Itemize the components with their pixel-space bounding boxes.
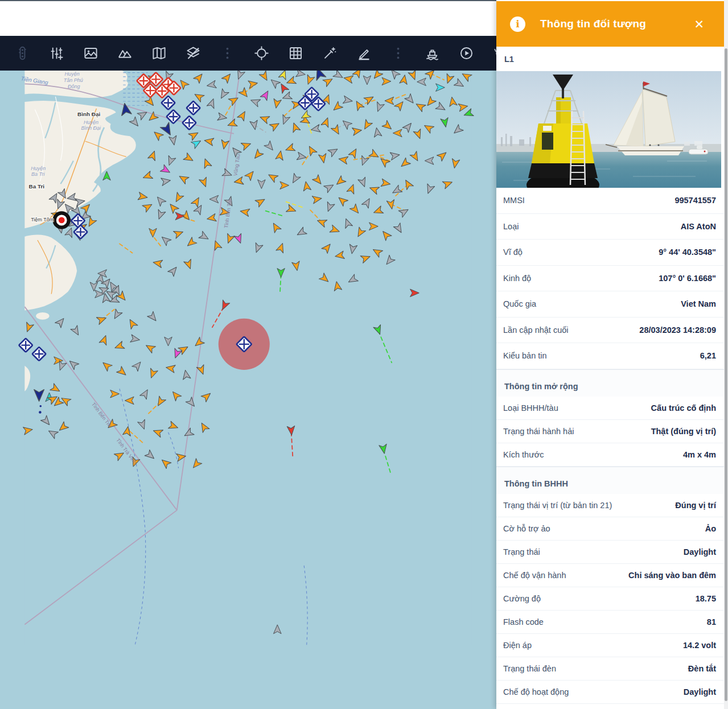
row-value: 18.75: [696, 594, 716, 603]
map-fold-icon[interactable]: [149, 44, 168, 63]
row-value: Ảo: [705, 524, 716, 533]
row-value: 28/03/2023 14:28:09: [639, 325, 716, 335]
row-label: Kiểu bản tin: [503, 351, 547, 360]
row-value: Cấu trúc cố định: [651, 403, 716, 413]
map-label: Tân Phú: [64, 77, 83, 83]
info-row: Cờ hỗ trợ ảoẢo: [496, 517, 724, 541]
row-label: Trạng thái đèn: [503, 664, 556, 673]
panel-scrollbar[interactable]: [724, 0, 728, 709]
base-station-marker[interactable]: [55, 213, 69, 227]
row-label: MMSI: [503, 196, 525, 205]
row-value: 107° 0' 6.1668": [659, 274, 716, 283]
map-label: Ba Tri: [29, 183, 45, 189]
row-label: Quốc gia: [503, 299, 536, 308]
panel-title: Thông tin đối tượng: [540, 18, 646, 30]
row-value: Daylight: [684, 547, 716, 557]
row-label: Lần cập nhật cuối: [503, 325, 568, 335]
kebab-icon-2: [388, 44, 408, 63]
app-window: Tiền GiangHuyệnTân PhúĐôngBình ĐạiHuyệnB…: [0, 0, 728, 709]
info-row: Lần cập nhật cuối28/03/2023 14:28:09: [496, 318, 724, 344]
layers-off-icon[interactable]: [183, 44, 203, 63]
locate-icon[interactable]: [252, 44, 271, 63]
info-row: Cường độ18.75: [496, 587, 724, 611]
selected-aton-marker[interactable]: [219, 319, 270, 370]
row-label: Chế độ hoạt động: [503, 687, 569, 696]
map-label: Bình Đại: [81, 125, 101, 131]
row-label: Kinh độ: [503, 274, 531, 283]
aton-photo: [496, 71, 721, 188]
object-id-label: L1: [496, 47, 728, 71]
info-row: Trạng thái hành hảiThật (đúng vị trí): [496, 420, 724, 443]
map-label: Huyện: [31, 166, 46, 171]
row-label: Trạng thái hành hải: [503, 427, 574, 436]
mountains-icon[interactable]: [115, 44, 134, 63]
map-label: Bình Đại: [77, 111, 100, 117]
row-value: 14.2 volt: [683, 641, 716, 650]
info-row: Trạng tháiDaylight: [496, 541, 724, 564]
row-value: 9° 44' 40.3548": [659, 248, 716, 257]
info-sections: Thông tin mở rộngLoại BHHH/tàuCấu trúc c…: [496, 369, 724, 704]
row-label: Trạng thái: [503, 547, 540, 557]
section-title: Thông tin BHHH: [496, 467, 724, 494]
magic-wand-icon[interactable]: [320, 44, 339, 63]
row-label: Loại: [503, 222, 519, 231]
info-row: Chế độ vận hànhChỉ sáng vào ban đêm: [496, 564, 724, 587]
section-title: Thông tin mở rộng: [496, 369, 724, 397]
row-value: Đèn tắt: [688, 664, 716, 673]
row-label: Flash code: [503, 617, 544, 626]
row-label: Kích thước: [503, 450, 544, 459]
map-label: Huyện: [65, 71, 80, 77]
pencil-icon[interactable]: [354, 44, 373, 63]
row-label: Cường độ: [503, 594, 541, 603]
traffic-light-icon: [13, 44, 32, 63]
row-value: 995741557: [674, 196, 716, 205]
panel-header: i Thông tin đối tượng ✕: [496, 1, 728, 47]
info-row: LoạiAIS AtoN: [496, 214, 724, 240]
map-label: Tiệm Tôm: [31, 217, 54, 222]
info-rows-basic: MMSI995741557LoạiAIS AtoNVĩ độ9° 44' 40.…: [496, 188, 724, 369]
row-value: AIS AtoN: [681, 222, 716, 231]
row-value: Thật (đúng vị trí): [651, 427, 716, 436]
row-label: Điện áp: [503, 641, 532, 650]
info-row: Loại BHHH/tàuCấu trúc cố định: [496, 397, 724, 420]
row-value: 4m x 4m: [683, 450, 716, 459]
filter-plus-icon[interactable]: [47, 44, 66, 63]
info-row: Flash code81: [496, 611, 724, 634]
kebab-icon: [217, 44, 237, 63]
row-label: Loại BHHH/tàu: [503, 403, 558, 413]
row-label: Chế độ vận hành: [503, 571, 566, 580]
info-row: Kiểu bản tin6,21: [496, 343, 724, 369]
row-label: Cờ hỗ trợ ảo: [503, 524, 550, 533]
info-row: Kinh độ107° 0' 6.1668": [496, 266, 724, 292]
info-row: Trạng thái đènĐèn tắt: [496, 657, 724, 681]
info-row: Quốc giaViet Nam: [496, 291, 724, 318]
row-value: Viet Nam: [681, 299, 716, 308]
row-label: Vĩ độ: [503, 248, 523, 257]
map-canvas[interactable]: Tiền GiangHuyệnTân PhúĐôngBình ĐạiHuyệnB…: [0, 71, 496, 709]
row-value: Chỉ sáng vào ban đêm: [628, 571, 716, 580]
info-row: Kích thước4m x 4m: [496, 443, 724, 467]
row-value: Daylight: [684, 687, 716, 696]
panel-body: MMSI995741557LoạiAIS AtoNVĩ độ9° 44' 40.…: [496, 188, 724, 709]
info-row: Vĩ độ9° 44' 40.3548": [496, 240, 724, 266]
row-value: 81: [707, 617, 716, 626]
close-icon[interactable]: ✕: [694, 18, 704, 30]
row-value: 6,21: [700, 351, 716, 360]
marker-dot: [39, 411, 42, 414]
marker-dot: [40, 405, 42, 407]
play-circle-icon[interactable]: [456, 44, 476, 63]
info-panel: i Thông tin đối tượng ✕ L1: [496, 0, 728, 709]
map-label: Huyện: [84, 119, 98, 125]
row-label: Trạng thái vị trí (từ bản tin 21): [503, 501, 612, 510]
info-row: Trạng thái vị trí (từ bản tin 21)Đúng vị…: [496, 494, 724, 517]
station-dot: [59, 217, 65, 224]
info-icon: i: [510, 17, 525, 32]
grid-icon[interactable]: [286, 44, 305, 63]
ship-icon[interactable]: [422, 44, 442, 63]
map-label: Đông: [68, 84, 80, 89]
map-label: Ba Tri: [31, 171, 45, 177]
scrollbar-thumb[interactable]: [725, 48, 727, 701]
image-icon[interactable]: [81, 44, 100, 63]
info-row: Điện áp14.2 volt: [496, 634, 724, 657]
row-value: Đúng vị trí: [675, 501, 716, 510]
